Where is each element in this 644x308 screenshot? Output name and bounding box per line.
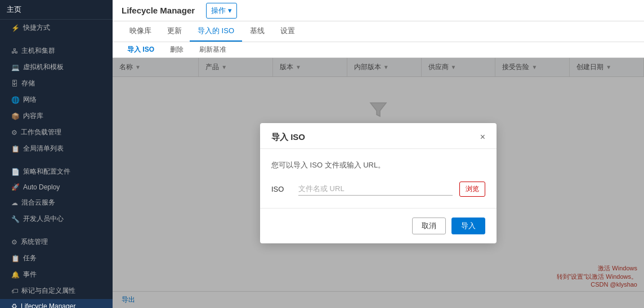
sidebar-item-quanxian[interactable]: 📋 全局清单列表 [0, 141, 113, 157]
host-icon: 🖧 [11, 47, 18, 55]
sidebar-item-cunchu[interactable]: 🗄 存储 [0, 75, 113, 92]
sidebar-item-label: 存储 [21, 79, 35, 88]
sidebar-item-label: Lifecycle Manager [21, 302, 75, 308]
tab-label: 导入的 ISO [198, 26, 234, 35]
sidebar-item-label: 事件 [23, 270, 37, 279]
cloud-icon: ☁ [11, 199, 18, 207]
subtab-manage[interactable]: 刷新基准 [194, 42, 232, 57]
sidebar-item-label: 标记与自定义属性 [21, 286, 75, 296]
sidebar-item-label: 虚拟机和模板 [23, 62, 64, 72]
cancel-label: 取消 [422, 221, 436, 230]
sidebar-item-neirongku[interactable]: 📦 内容库 [0, 108, 113, 124]
tag-icon: 🏷 [11, 287, 18, 295]
modal-overlay: 导入 ISO × 您可以导入 ISO 文件或输入 URL。 ISO 浏览 [113, 58, 644, 308]
sidebar-item-zhujifuji[interactable]: 🖧 主机和集群 [0, 43, 113, 59]
subtab-label: 刷新基准 [199, 46, 226, 53]
import-iso-modal: 导入 ISO × 您可以导入 ISO 文件或输入 URL。 ISO 浏览 [260, 123, 497, 243]
sidebar-item-label: 内容库 [23, 111, 43, 121]
nav-tabs: 映像库 更新 导入的 ISO 基线 设置 [113, 21, 644, 42]
system-icon: ⚙ [11, 238, 17, 246]
content-area: 名称 ▼ 产品 ▼ 版本 ▼ 内部版本 ▼ 供应商 ▼ 接受告险 ▼ [113, 58, 644, 308]
tab-settings[interactable]: 设置 [272, 21, 303, 42]
import-button[interactable]: 导入 [451, 218, 485, 234]
sidebar-item-kaifazhongxin[interactable]: 🔧 开发人员中心 [0, 211, 113, 227]
modal-close-button[interactable]: × [480, 133, 485, 142]
tab-updates[interactable]: 更新 [159, 21, 190, 42]
sidebar-item-hunheyun[interactable]: ☁ 混合云服务 [0, 194, 113, 211]
modal-title: 导入 ISO [271, 132, 305, 143]
tab-label: 映像库 [129, 26, 151, 35]
workload-icon: ⚙ [11, 129, 17, 137]
tab-label: 设置 [280, 26, 295, 35]
event-icon: 🔔 [11, 271, 20, 279]
sidebar-item-renwu[interactable]: 📋 任务 [0, 250, 113, 266]
sidebar-item-wangluo[interactable]: 🌐 网络 [0, 92, 113, 108]
modal-footer: 取消 导入 [260, 208, 497, 243]
sidebar-item-label: 快捷方式 [23, 23, 50, 33]
sidebar-header[interactable]: 主页 [0, 0, 113, 20]
sidebar-item-label: 网络 [23, 95, 37, 105]
flash-icon: ⚡ [11, 24, 20, 32]
lifecycle-icon: ♻ [11, 302, 17, 308]
sidebar-item-label: 系统管理 [21, 237, 48, 247]
modal-body: 您可以导入 ISO 文件或输入 URL。 ISO 浏览 [260, 149, 497, 208]
sidebar-item-xuniji[interactable]: 💻 虚拟机和模板 [0, 59, 113, 75]
dev-icon: 🔧 [11, 215, 20, 223]
vm-icon: 💻 [11, 64, 20, 71]
deploy-icon: 🚀 [11, 183, 20, 191]
page-title: Lifecycle Manager [122, 6, 195, 15]
sidebar-item-label: 主机和集群 [21, 46, 55, 56]
policy-icon: 📄 [11, 168, 20, 176]
modal-description: 您可以导入 ISO 文件或输入 URL。 [271, 160, 485, 170]
content-icon: 📦 [11, 112, 20, 120]
tab-import-iso[interactable]: 导入的 ISO [190, 21, 242, 42]
global-icon: 📋 [11, 145, 20, 153]
sidebar-item-label: 工作负载管理 [21, 128, 61, 137]
sub-tabs: 导入 ISO 删除 刷新基准 [113, 42, 644, 58]
tab-image-lib[interactable]: 映像库 [122, 21, 159, 42]
tab-baseline[interactable]: 基线 [242, 21, 272, 42]
subtab-label: 删除 [170, 46, 184, 53]
sidebar-item-label: Auto Deploy [23, 183, 60, 191]
chevron-down-icon: ▾ [228, 6, 232, 15]
sidebar-item-autodeploy[interactable]: 🚀 Auto Deploy [0, 180, 113, 194]
main-content: Lifecycle Manager 操作 ▾ 映像库 更新 导入的 ISO 基线… [113, 0, 644, 308]
modal-header: 导入 ISO × [260, 123, 497, 149]
sidebar-section-policies [0, 157, 113, 164]
sidebar-item-lifecycle[interactable]: ♻ Lifecycle Manager [0, 299, 113, 308]
browse-button[interactable]: 浏览 [459, 182, 485, 197]
sidebar-item-gongzuofuza[interactable]: ⚙ 工作负载管理 [0, 124, 113, 141]
subtab-delete[interactable]: 删除 [164, 42, 189, 57]
cancel-button[interactable]: 取消 [412, 218, 446, 234]
topbar: Lifecycle Manager 操作 ▾ [113, 0, 644, 21]
storage-icon: 🗄 [11, 80, 18, 88]
sidebar-item-kuaijie[interactable]: ⚡ 快捷方式 [0, 20, 113, 36]
sidebar-item-label: 全局清单列表 [23, 144, 64, 153]
task-icon: 📋 [11, 255, 20, 262]
sidebar-item-shijian[interactable]: 🔔 事件 [0, 266, 113, 283]
iso-label: ISO [271, 185, 292, 193]
home-label: 主页 [7, 5, 21, 13]
sidebar-item-xitong[interactable]: ⚙ 系统管理 [0, 234, 113, 250]
sidebar-section-inventory [0, 36, 113, 43]
subtab-label: 导入 ISO [127, 46, 154, 53]
sidebar-section-admin [0, 227, 113, 234]
action-button[interactable]: 操作 ▾ [206, 3, 237, 19]
action-label: 操作 [211, 6, 226, 16]
sidebar: 主页 ⚡ 快捷方式 🖧 主机和集群 💻 虚拟机和模板 🗄 存储 🌐 网络 📦 内… [0, 0, 113, 308]
sidebar-item-label: 任务 [23, 253, 37, 263]
sidebar-item-biaoqian[interactable]: 🏷 标记与自定义属性 [0, 283, 113, 299]
sidebar-item-label: 混合云服务 [21, 198, 55, 207]
subtab-import[interactable]: 导入 ISO [122, 42, 160, 57]
tab-label: 更新 [167, 26, 182, 35]
network-icon: 🌐 [11, 96, 20, 104]
sidebar-item-label: 策略和配置文件 [23, 167, 70, 176]
tab-label: 基线 [250, 26, 265, 35]
sidebar-item-celue[interactable]: 📄 策略和配置文件 [0, 164, 113, 180]
iso-input[interactable] [298, 182, 453, 196]
sidebar-item-label: 开发人员中心 [23, 214, 64, 224]
browse-label: 浏览 [466, 185, 479, 193]
iso-field: ISO 浏览 [271, 182, 485, 197]
import-label: 导入 [461, 221, 476, 230]
